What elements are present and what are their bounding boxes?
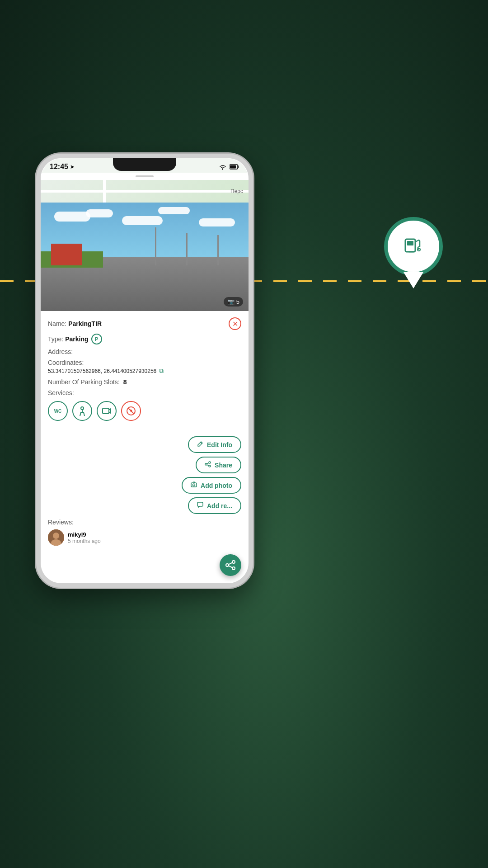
pin-icon-container [384, 217, 443, 289]
svg-point-19 [193, 484, 195, 486]
fuel-pump-icon [400, 233, 427, 260]
name-label: Name: [48, 320, 66, 327]
phone-btn-right [251, 249, 253, 289]
pin-body [384, 217, 443, 276]
lamp-post-1 [155, 227, 156, 265]
type-badge: P [91, 334, 102, 344]
lamp-post-2 [186, 233, 188, 265]
svg-point-13 [209, 462, 211, 463]
close-button[interactable]: ✕ [229, 317, 241, 330]
copy-icon[interactable]: ⧉ [159, 367, 164, 375]
cloud-3 [122, 216, 163, 225]
camera-icon: 📷 [227, 298, 235, 305]
share-button[interactable]: Share [196, 457, 241, 473]
type-row: Type: Parking P [48, 334, 241, 344]
service-security[interactable] [97, 401, 117, 421]
add-photo-icon [191, 481, 197, 489]
add-photo-label: Add photo [201, 482, 232, 489]
svg-rect-9 [103, 408, 109, 414]
phone-frame: 12:45 ➤ [36, 154, 253, 588]
cloud-2 [86, 209, 113, 217]
address-label: Address: [48, 348, 73, 355]
lamp-post-3 [217, 235, 219, 265]
svg-point-22 [53, 533, 59, 539]
add-photo-button[interactable]: Add photo [182, 477, 241, 494]
service-shower[interactable] [72, 401, 92, 421]
wifi-icon [219, 164, 227, 170]
svg-rect-2 [407, 241, 413, 245]
svg-line-17 [207, 465, 209, 466]
edit-info-icon [197, 441, 203, 448]
services-row: WC [48, 401, 241, 421]
fab-button[interactable] [220, 554, 241, 576]
add-review-label: Add re... [207, 502, 232, 509]
phone-screen: 12:45 ➤ [41, 158, 249, 583]
svg-point-14 [209, 465, 211, 467]
svg-rect-6 [230, 165, 236, 169]
phone-container: 12:45 ➤ [36, 154, 253, 588]
info-panel: Name: ParkingTIR ✕ Type: Parking P Addre… [41, 311, 249, 432]
phone-notch [113, 158, 176, 171]
review-item: mikyl9 5 months ago [48, 529, 241, 546]
review-username: mikyl9 [68, 531, 101, 538]
svg-point-24 [226, 564, 229, 566]
cloud-1 [54, 212, 90, 222]
coordinates-value: 53.341701507562966, 26.4414005279302​56 [48, 368, 156, 374]
pin-tail [404, 272, 423, 288]
add-review-icon [197, 502, 203, 509]
review-avatar [48, 529, 64, 546]
service-wc[interactable]: WC [48, 401, 68, 421]
reviews-section: Reviews: mikyl9 5 months ago [41, 514, 249, 550]
svg-point-25 [232, 561, 235, 563]
name-row: Name: ParkingTIR ✕ [48, 317, 241, 330]
scroll-indicator [136, 175, 154, 177]
review-time: 5 months ago [68, 538, 101, 544]
coordinates-label: Coordinates: [48, 359, 84, 366]
service-no-fire[interactable] [121, 401, 141, 421]
cloud-5 [199, 218, 235, 226]
photo-counter: 📷 5 [224, 297, 243, 307]
share-icon [205, 461, 211, 469]
type-value: Parking [65, 335, 88, 343]
type-label: Type: [48, 335, 63, 343]
location-icon: ➤ [70, 164, 75, 170]
phone-btn-left-bot [36, 275, 38, 304]
address-row: Address: [48, 348, 241, 355]
status-icons [219, 164, 239, 170]
review-info: mikyl9 5 months ago [68, 531, 101, 544]
svg-line-16 [207, 463, 209, 464]
edit-info-button[interactable]: Edit Info [188, 436, 241, 453]
svg-line-27 [229, 563, 232, 565]
svg-point-26 [232, 567, 235, 570]
phone-btn-left-mid [36, 240, 38, 269]
name-value: ParkingTIR [68, 320, 102, 327]
svg-rect-20 [197, 502, 203, 506]
cloud-4 [158, 207, 190, 214]
edit-info-label: Edit Info [207, 441, 232, 448]
battery-icon [230, 164, 239, 170]
photo-area: 📷 5 [41, 203, 249, 311]
phone-btn-left-top [36, 212, 38, 233]
services-label: Services: [48, 389, 74, 396]
services-label-row: Services: [48, 389, 241, 396]
map-label: Перс [230, 188, 243, 194]
coordinates-label-row: Coordinates: [48, 359, 241, 366]
parking-slots-value: 8 [123, 378, 127, 386]
coordinates-row: 53.341701507562966, 26.4414005279302​56 … [48, 367, 241, 375]
svg-point-0 [401, 234, 426, 259]
add-review-button[interactable]: Add re... [188, 497, 241, 514]
map-preview: Перс [41, 180, 249, 203]
svg-point-15 [205, 463, 207, 465]
svg-line-28 [229, 566, 232, 568]
fab-icon [225, 560, 236, 571]
parking-slots-label: Number Of Parking Slots: [48, 378, 120, 386]
status-time: 12:45 [50, 163, 68, 171]
share-label: Share [215, 462, 232, 469]
reviews-label: Reviews: [48, 519, 241, 526]
photo-building [51, 244, 82, 265]
photo-count: 5 [236, 298, 239, 305]
parking-slots-row: Number Of Parking Slots: 8 [48, 378, 241, 386]
action-buttons: Edit Info Share [41, 436, 249, 514]
